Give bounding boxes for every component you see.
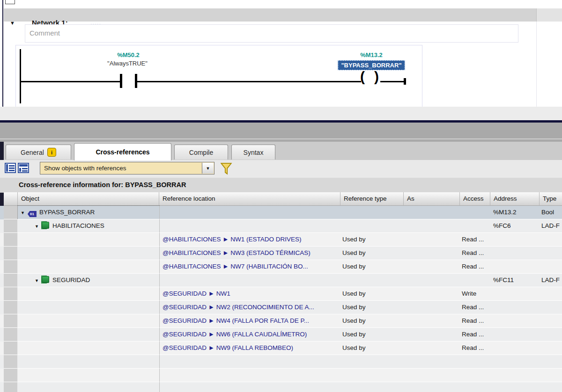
- tab-general-label: General: [21, 149, 44, 156]
- table-row[interactable]: ▼HABILITACIONES%FC6LAD-F: [0, 219, 562, 233]
- object-cell[interactable]: ▼HABILITACIONES: [18, 219, 159, 233]
- table-row[interactable]: ▼01BYPASS_BORRAR%M13.2Bool: [0, 206, 562, 219]
- coil-icon[interactable]: ): [374, 70, 379, 84]
- tab-cross-references[interactable]: Cross-references: [74, 143, 171, 160]
- table-row[interactable]: @SEGURIDAD ► NW1Used byWrite: [0, 287, 562, 301]
- address-cell: %M13.2: [490, 206, 540, 219]
- coil-icon[interactable]: (: [360, 70, 365, 84]
- reference-location-cell[interactable]: @HABILITACIONES ► NW7 (HABILITACIÓN BO..…: [159, 260, 340, 274]
- expand-triangle-icon[interactable]: ▼: [35, 224, 39, 229]
- filter-dropdown[interactable]: Show objects with references ▼: [40, 162, 214, 174]
- reference-location-cell[interactable]: @SEGURIDAD ► NW2 (RECONOCIMIENTO DE A...: [159, 301, 340, 314]
- table-row[interactable]: @SEGURIDAD ► NW9 (FALLA REBOMBEO)Used by…: [0, 341, 562, 355]
- type-cell: Bool: [540, 206, 562, 219]
- reference-location-link[interactable]: @SEGURIDAD ► NW1: [163, 290, 230, 297]
- network-title-bar[interactable]: ▼ Network 1: .....: [4, 8, 562, 22]
- object-name[interactable]: SEGURIDAD: [52, 276, 90, 283]
- type-cell: [540, 328, 562, 341]
- table-row[interactable]: @SEGURIDAD ► NW6 (FALLA CAUDALÍMETRO)Use…: [0, 328, 562, 341]
- table-row[interactable]: @SEGURIDAD ► NW4 (FALLA POR FALTA DE P..…: [0, 314, 562, 328]
- row-gutter-cell: [4, 233, 18, 247]
- expand-entries-icon[interactable]: [18, 162, 29, 174]
- tab-crossref-label: Cross-references: [96, 148, 149, 156]
- object-cell: [18, 382, 159, 392]
- fc-block-icon: [42, 276, 49, 283]
- as-cell: [404, 247, 460, 260]
- access-cell: Read ...: [460, 301, 490, 314]
- reference-location-link[interactable]: @HABILITACIONES ► NW3 (ESTADO TÉRMICAS): [163, 249, 311, 256]
- reference-location-cell[interactable]: @SEGURIDAD ► NW4 (FALLA POR FALTA DE P..…: [159, 314, 340, 328]
- network-collapse-icon[interactable]: ▼: [10, 20, 15, 26]
- reference-location-link[interactable]: @HABILITACIONES ► NW7 (HABILITACIÓN BO..…: [163, 263, 308, 270]
- tab-compile[interactable]: Compile: [174, 145, 228, 160]
- as-cell: [404, 219, 460, 233]
- expand-triangle-icon[interactable]: ▼: [21, 211, 25, 215]
- reference-location-link[interactable]: @SEGURIDAD ► NW9 (FALLA REBOMBEO): [163, 344, 293, 351]
- object-cell: [18, 301, 159, 314]
- contact-tag-name[interactable]: "AlwaysTRUE": [107, 60, 148, 67]
- crossref-info-title: Cross-reference information for: BYPASS_…: [19, 181, 186, 189]
- dropdown-arrow-icon[interactable]: ▼: [202, 163, 214, 174]
- reference-location-link[interactable]: @HABILITACIONES ► NW1 (ESTADO DRIVES): [163, 236, 302, 243]
- expand-triangle-icon[interactable]: ▼: [35, 278, 39, 283]
- reference-location-link[interactable]: @SEGURIDAD ► NW6 (FALLA CAUDALÍMETRO): [163, 331, 307, 338]
- reference-location-link[interactable]: @SEGURIDAD ► NW2 (RECONOCIMIENTO DE A...: [163, 304, 314, 311]
- access-cell: Read ...: [460, 233, 490, 247]
- object-cell[interactable]: ▼SEGURIDAD: [18, 274, 159, 287]
- coil-tag-name-selected[interactable]: "BYPASS_BORRAR": [338, 60, 405, 70]
- type-cell: [540, 369, 562, 382]
- type-cell: [540, 314, 562, 328]
- reference-location-cell[interactable]: @SEGURIDAD ► NW6 (FALLA CAUDALÍMETRO): [159, 328, 340, 341]
- object-cell[interactable]: ▼01BYPASS_BORRAR: [18, 206, 159, 219]
- contact-address[interactable]: %M50.2: [117, 51, 140, 58]
- as-cell: [404, 355, 460, 369]
- reference-location-cell: [159, 274, 340, 287]
- table-row[interactable]: @SEGURIDAD ► NW2 (RECONOCIMIENTO DE A...…: [0, 301, 562, 314]
- table-row[interactable]: ▼SEGURIDAD%FC11LAD-F: [0, 274, 562, 287]
- address-cell: [490, 247, 540, 260]
- reference-location-cell[interactable]: @HABILITACIONES ► NW1 (ESTADO DRIVES): [159, 233, 340, 247]
- type-cell: [540, 382, 562, 392]
- row-gutter-cell: [4, 382, 18, 392]
- column-header-reference-type[interactable]: Reference type: [340, 192, 404, 206]
- as-cell: [404, 260, 460, 274]
- tab-syntax[interactable]: Syntax: [231, 145, 275, 160]
- reference-location-cell[interactable]: @SEGURIDAD ► NW9 (FALLA REBOMBEO): [159, 341, 340, 355]
- row-gutter-cell: [4, 247, 18, 260]
- column-header-access[interactable]: Access: [460, 192, 490, 206]
- object-cell: [18, 287, 159, 301]
- reference-type-cell: Used by: [340, 314, 404, 328]
- power-rail: [20, 49, 21, 103]
- access-cell: Write: [460, 287, 490, 301]
- address-cell: [490, 369, 540, 382]
- column-header-object[interactable]: Object: [18, 192, 159, 206]
- table-row[interactable]: @HABILITACIONES ► NW7 (HABILITACIÓN BO..…: [0, 260, 562, 274]
- reference-location-cell[interactable]: @SEGURIDAD ► NW1: [159, 287, 340, 301]
- reference-location-link[interactable]: @SEGURIDAD ► NW4 (FALLA POR FALTA DE P..…: [163, 317, 309, 324]
- crossref-table-body: ▼01BYPASS_BORRAR%M13.2Bool▼HABILITACIONE…: [0, 206, 562, 392]
- table-row[interactable]: @HABILITACIONES ► NW1 (ESTADO DRIVES)Use…: [0, 233, 562, 247]
- column-header-type[interactable]: Type: [540, 192, 562, 206]
- type-cell: [540, 287, 562, 301]
- object-name[interactable]: BYPASS_BORRAR: [39, 209, 95, 216]
- reference-location-cell[interactable]: @HABILITACIONES ► NW3 (ESTADO TÉRMICAS): [159, 247, 340, 260]
- object-name[interactable]: HABILITACIONES: [52, 222, 104, 229]
- type-cell: LAD-F: [540, 274, 562, 287]
- contact-icon[interactable]: [135, 74, 137, 88]
- collapse-entries-icon[interactable]: [5, 162, 16, 174]
- reference-type-cell: [340, 382, 404, 392]
- contact-icon[interactable]: [120, 74, 122, 88]
- column-header-as[interactable]: As: [404, 192, 460, 206]
- table-empty-row: [0, 355, 562, 369]
- access-cell: [460, 206, 490, 219]
- network-comment-input[interactable]: Comment: [25, 24, 518, 43]
- rung-wire: [136, 81, 361, 82]
- column-header-address[interactable]: Address: [490, 192, 540, 206]
- type-cell: [540, 355, 562, 369]
- coil-address[interactable]: %M13.2: [360, 51, 383, 58]
- ladder-network-canvas[interactable]: %M50.2 "AlwaysTRUE" ( ) %M13.2 "BYPASS_B…: [15, 45, 422, 108]
- table-row[interactable]: @HABILITACIONES ► NW3 (ESTADO TÉRMICAS)U…: [0, 247, 562, 260]
- filter-funnel-icon[interactable]: [220, 162, 232, 175]
- column-header-reference-location[interactable]: Reference location: [159, 192, 340, 206]
- tab-general[interactable]: General i: [6, 145, 71, 160]
